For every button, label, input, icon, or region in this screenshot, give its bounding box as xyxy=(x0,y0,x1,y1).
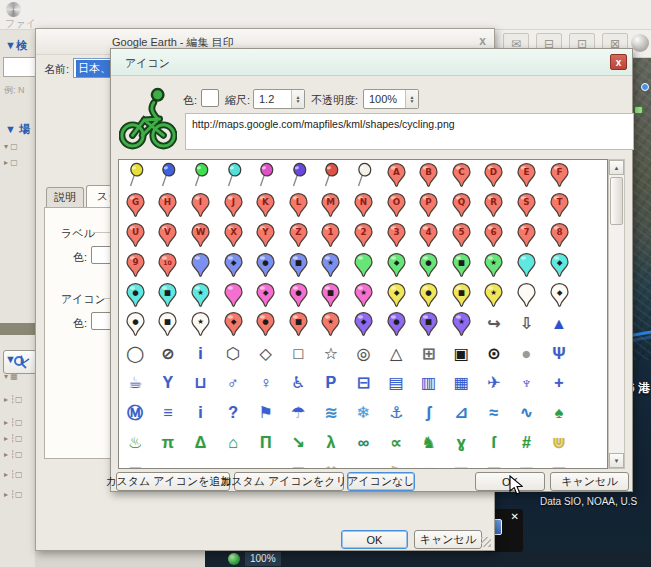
icon-star-outline[interactable]: ☆ xyxy=(315,339,348,369)
clear-custom-icon-button[interactable]: カスタム アイコンをクリア xyxy=(234,472,344,491)
file-menu[interactable]: ファイ xyxy=(5,17,36,31)
icon-red-diamond[interactable]: ◆ xyxy=(217,309,250,339)
icon-marker-V[interactable]: V xyxy=(152,220,185,250)
icon-blu-circle[interactable]: ● xyxy=(249,249,282,279)
icon-marker-A[interactable]: A xyxy=(380,160,413,190)
icon-wht-square[interactable]: ■ xyxy=(152,309,185,339)
icon-purple-square[interactable]: ■ xyxy=(412,309,445,339)
sidebar-search-header[interactable]: ▼検 xyxy=(5,38,27,53)
layers-tree-row[interactable]: ▸ ┆▢ xyxy=(4,490,23,499)
icon-info-i[interactable]: i xyxy=(184,339,217,369)
icon-wheelchair-accessible[interactable]: ♿ xyxy=(282,369,315,399)
icon-purple-circle[interactable]: ● xyxy=(380,309,413,339)
icon-ylw-pushpin[interactable] xyxy=(119,160,152,190)
icon-blu-diamond[interactable]: ◆ xyxy=(217,249,250,279)
layers-tree-row[interactable]: ▸ ┆▢ xyxy=(4,434,23,443)
icon-purple-diamond[interactable]: ◆ xyxy=(347,309,380,339)
icon-partially-visible-icon[interactable]: ▆ xyxy=(510,458,543,469)
icon-pink-circle[interactable]: ● xyxy=(282,279,315,309)
icon-marker-1[interactable]: 1 xyxy=(315,220,348,250)
icon-hiker[interactable]: λ xyxy=(315,428,348,458)
close-icon[interactable]: x xyxy=(479,34,486,48)
icon-ylw-square[interactable]: ■ xyxy=(445,279,478,309)
icon-partially-visible-icon[interactable]: ▆ xyxy=(543,458,576,469)
icon-wht-diamond[interactable]: ◆ xyxy=(543,279,576,309)
icon-wht-stars[interactable]: ★ xyxy=(184,309,217,339)
icon-marker-B[interactable]: B xyxy=(412,160,445,190)
icon-red-circle[interactable]: ● xyxy=(249,309,282,339)
icon-tram[interactable]: ≡ xyxy=(152,398,185,428)
icon-marker-N[interactable]: N xyxy=(347,190,380,220)
icon-pink-square[interactable]: ■ xyxy=(315,279,348,309)
icon-woman[interactable]: ♀ xyxy=(249,369,282,399)
icon-placemark-square[interactable]: ⊞ xyxy=(412,339,445,369)
close-icon[interactable]: x xyxy=(610,54,627,70)
sidebar-places-header[interactable]: ▼ 場 xyxy=(5,122,30,137)
icon-red-pushpin[interactable] xyxy=(315,160,348,190)
icon-polygon[interactable]: ⬡ xyxy=(217,339,250,369)
icon-marker-O[interactable]: O xyxy=(380,190,413,220)
icon-red-stars[interactable]: ★ xyxy=(315,309,348,339)
icon-marker-I[interactable]: I xyxy=(184,190,217,220)
icon-ltblu-pushpin[interactable] xyxy=(217,160,250,190)
icon-dining[interactable]: Ψ xyxy=(543,339,576,369)
icon-grn-blank[interactable] xyxy=(347,249,380,279)
icon-forbidden[interactable]: ⊘ xyxy=(152,339,185,369)
icon-parks[interactable]: ♠ xyxy=(543,398,576,428)
icon-marker-Z[interactable]: Z xyxy=(282,220,315,250)
icon-ranger-station[interactable]: ⌂ xyxy=(217,428,250,458)
icon-sailing[interactable]: ⊿ xyxy=(445,398,478,428)
globe-icon[interactable] xyxy=(631,34,649,52)
icon-dot-circle[interactable]: ⊙ xyxy=(478,339,511,369)
icon-airports[interactable]: ✈ xyxy=(478,369,511,399)
icon-open-diamond[interactable]: ◇ xyxy=(249,339,282,369)
layers-tree-row[interactable]: ▾ ▦ xyxy=(4,372,18,381)
icon-marker-C[interactable]: C xyxy=(445,160,478,190)
icon-ltblu-blank[interactable] xyxy=(510,249,543,279)
icon-marker-M[interactable]: M xyxy=(315,190,348,220)
icon-marina[interactable]: ⚓ xyxy=(380,398,413,428)
icon-marker-9[interactable]: 9 xyxy=(119,249,152,279)
icon-bars[interactable]: Y xyxy=(152,369,185,399)
icon-snowflake[interactable]: ❄ xyxy=(347,398,380,428)
icon-partially-visible-icon[interactable]: ▆ xyxy=(445,458,478,469)
icon-wht-pushpin[interactable] xyxy=(347,160,380,190)
layers-tree-row[interactable]: ▸ ┆▢ xyxy=(4,450,23,459)
icon-color-swatch[interactable] xyxy=(201,89,219,107)
icon-ylw-stars[interactable]: ★ xyxy=(478,279,511,309)
icon-parking-lot[interactable]: P xyxy=(315,369,348,399)
icon-arts[interactable]: ☺ xyxy=(217,458,250,469)
icon-blu-square[interactable]: ■ xyxy=(282,249,315,279)
icon-pink-blank[interactable] xyxy=(217,279,250,309)
layers-tree-row[interactable]: ▸ ┆▢ xyxy=(4,418,23,427)
icon-square-outline[interactable]: □ xyxy=(282,339,315,369)
icon-marker-J[interactable]: J xyxy=(217,190,250,220)
edit-cancel-button[interactable]: キャンセル xyxy=(414,530,482,549)
icon-marker-3[interactable]: 3 xyxy=(380,220,413,250)
scale-stepper[interactable]: 1.2 ▲▼ xyxy=(253,89,305,109)
icon-arrow-reverse[interactable]: ↪ xyxy=(478,309,511,339)
icon-marker-K[interactable]: K xyxy=(249,190,282,220)
icon-marker-E[interactable]: E xyxy=(510,160,543,190)
icon-grn-pushpin[interactable] xyxy=(184,160,217,190)
icon-shaded-dot[interactable]: ● xyxy=(510,339,543,369)
icon-webcam[interactable]: ⊡ xyxy=(282,458,315,469)
icon-marker-U[interactable]: U xyxy=(119,220,152,250)
icon-water-ski[interactable]: ∿ xyxy=(510,398,543,428)
no-icon-button[interactable]: アイコンなし xyxy=(347,472,415,491)
icon-marker-Q[interactable]: Q xyxy=(445,190,478,220)
icon-ltblu-circle[interactable]: ● xyxy=(119,279,152,309)
icon-marker-G[interactable]: G xyxy=(119,190,152,220)
icon-info-circle[interactable]: ? xyxy=(217,398,250,428)
icon-marker-F[interactable]: F xyxy=(543,160,576,190)
icon-blu-blank[interactable] xyxy=(184,249,217,279)
icon-grn-square[interactable]: ■ xyxy=(445,249,478,279)
icon-motorcycling[interactable]: ∝ xyxy=(380,428,413,458)
icon-taxi[interactable]: ⊟ xyxy=(347,369,380,399)
icon-campground[interactable]: Δ xyxy=(184,428,217,458)
icon-square-filled[interactable]: ▣ xyxy=(445,339,478,369)
icon-marker-X[interactable]: X xyxy=(217,220,250,250)
icon-man[interactable]: ♂ xyxy=(217,369,250,399)
icon-cancel-button[interactable]: キャンセル xyxy=(550,472,629,491)
icon-pink-diamond[interactable]: ◆ xyxy=(249,279,282,309)
